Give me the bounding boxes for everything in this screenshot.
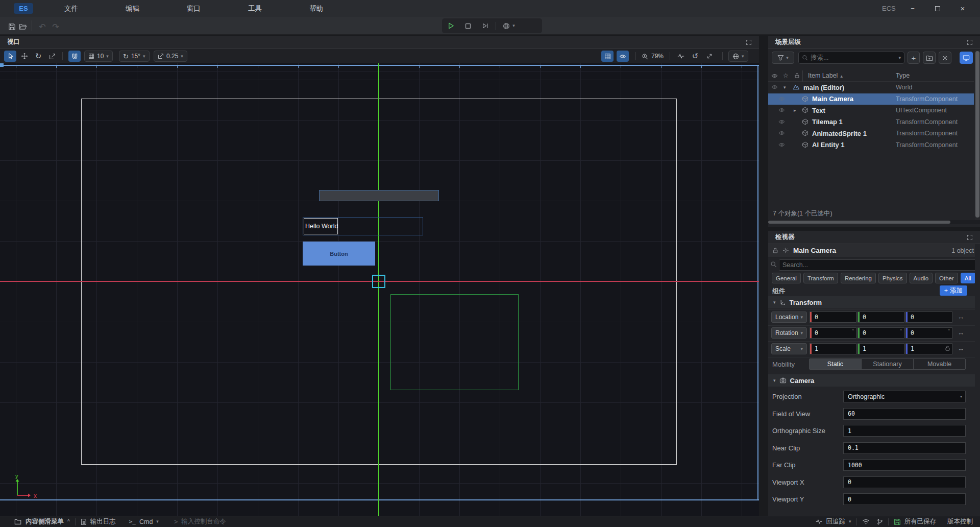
network-icon[interactable] bbox=[862, 519, 870, 525]
trace-dropdown[interactable]: 回追踪 ▾ bbox=[816, 516, 851, 527]
panel-widget[interactable] bbox=[319, 190, 439, 201]
hierarchy-search[interactable]: ▾ bbox=[798, 52, 904, 64]
hierarchy-hscrollbar[interactable] bbox=[768, 220, 980, 224]
runtime-view-button[interactable] bbox=[960, 52, 973, 64]
projection-select[interactable]: Orthographic▾ bbox=[843, 391, 966, 402]
visibility-eye-icon[interactable] bbox=[778, 107, 785, 113]
text-widget[interactable]: Hello World bbox=[304, 218, 338, 234]
console-input[interactable]: > 输入控制台命令 bbox=[174, 516, 226, 527]
inspector-search-input[interactable] bbox=[782, 261, 973, 269]
viewport-y-input[interactable] bbox=[843, 493, 966, 505]
chevron-right-icon[interactable]: ▸ bbox=[794, 108, 796, 113]
minimize-button[interactable]: − bbox=[901, 0, 924, 17]
hierarchy-row[interactable]: ▸TextUITextComponent bbox=[768, 105, 974, 116]
link-axes-icon[interactable]: ↔ bbox=[958, 345, 964, 352]
rotation-y-input[interactable]: ° bbox=[857, 327, 904, 339]
inspector-search[interactable] bbox=[779, 259, 976, 271]
visibility-eye-icon[interactable] bbox=[778, 141, 785, 148]
reset-view-button[interactable]: ↺ bbox=[689, 51, 701, 62]
save-status[interactable]: 所有已保存 bbox=[894, 516, 937, 527]
tab-audio[interactable]: Audio bbox=[910, 273, 933, 283]
menu-item-1[interactable]: 文件 bbox=[57, 0, 85, 17]
mobility-option-movable[interactable]: Movable bbox=[913, 359, 965, 369]
inspector-vscrollbar[interactable] bbox=[975, 244, 980, 516]
visibility-eye-icon[interactable] bbox=[778, 95, 785, 102]
text-widget-bounds[interactable]: Hello World bbox=[303, 217, 423, 235]
tab-all[interactable]: All bbox=[961, 273, 975, 283]
visibility-eye-icon[interactable] bbox=[771, 84, 778, 90]
version-control-button[interactable]: 版本控制 bbox=[947, 516, 980, 527]
git-branch-icon[interactable] bbox=[877, 518, 883, 525]
near-clip-input[interactable] bbox=[843, 442, 966, 454]
origin-selection-box[interactable] bbox=[372, 275, 385, 288]
scale-snap-dropdown[interactable]: 0.25 ▾ bbox=[154, 51, 187, 62]
gear-icon[interactable] bbox=[782, 247, 789, 254]
launch-target-dropdown[interactable]: ▾ bbox=[498, 18, 520, 33]
open-folder-icon[interactable] bbox=[17, 21, 29, 32]
redo-icon[interactable]: ↷ bbox=[50, 21, 61, 32]
transform-section-header[interactable]: ▾ Transform bbox=[768, 296, 980, 308]
fullscreen-button[interactable] bbox=[703, 51, 716, 62]
tab-physics[interactable]: Physics bbox=[878, 273, 907, 283]
rotation-z-input[interactable]: ° bbox=[905, 327, 952, 339]
scale-y-input[interactable] bbox=[857, 343, 904, 354]
link-axes-icon[interactable]: ↔ bbox=[958, 329, 964, 337]
hierarchy-row[interactable]: AnimatedSprite 1TransformComponent bbox=[768, 128, 974, 139]
rotation-x-input[interactable]: ° bbox=[810, 327, 856, 339]
expand-panel-icon[interactable] bbox=[967, 39, 973, 45]
filter-dropdown[interactable]: ▾ bbox=[772, 52, 794, 64]
mobility-option-stationary[interactable]: Stationary bbox=[861, 359, 913, 369]
stats-toggle-button[interactable] bbox=[675, 51, 687, 62]
location-y-input[interactable] bbox=[857, 312, 904, 323]
viewport-x-input[interactable] bbox=[843, 476, 966, 488]
rotate-tool-button[interactable]: ↻ bbox=[32, 51, 44, 62]
scale-x-input[interactable] bbox=[810, 343, 856, 354]
mobility-option-static[interactable]: Static bbox=[810, 359, 861, 369]
visibility-column-icon[interactable] bbox=[771, 73, 778, 79]
content-drawer-button[interactable]: 内容侧滑菜单 ^ bbox=[0, 516, 70, 527]
cmd-dropdown[interactable]: >_ Cmd ▾ bbox=[129, 516, 159, 527]
far-clip-input[interactable] bbox=[843, 459, 966, 471]
gizmo-visibility-toggle[interactable] bbox=[617, 51, 629, 62]
hierarchy-settings-button[interactable] bbox=[939, 52, 951, 64]
save-icon[interactable] bbox=[6, 21, 17, 32]
hierarchy-row[interactable]: Tilemap 1TransformComponent bbox=[768, 116, 974, 128]
camera-section-header[interactable]: ▾ Camera bbox=[768, 374, 980, 387]
expand-panel-icon[interactable] bbox=[967, 234, 973, 241]
menu-item-4[interactable]: 工具 bbox=[241, 0, 269, 17]
hierarchy-vscrollbar[interactable] bbox=[975, 50, 980, 220]
hierarchy-row[interactable]: ▾main (Editor)World bbox=[768, 82, 974, 93]
rotation-mode-dropdown[interactable]: Rotation▾ bbox=[771, 327, 807, 339]
step-button[interactable] bbox=[477, 18, 494, 33]
output-log-button[interactable]: 输出日志 bbox=[81, 516, 116, 527]
grid-visibility-toggle[interactable] bbox=[601, 51, 614, 62]
lock-column-icon[interactable] bbox=[794, 73, 800, 79]
menu-item-3[interactable]: 窗口 bbox=[180, 0, 208, 17]
add-entity-button[interactable]: + bbox=[908, 52, 920, 64]
link-axes-icon[interactable]: ↔ bbox=[958, 313, 964, 321]
location-z-input[interactable] bbox=[905, 312, 952, 323]
chevron-down-icon[interactable]: ▾ bbox=[783, 85, 786, 90]
scale-mode-dropdown[interactable]: Scale▾ bbox=[771, 343, 807, 354]
type-column[interactable]: Type bbox=[896, 72, 910, 79]
move-tool-button[interactable] bbox=[18, 51, 31, 62]
app-logo[interactable]: ES bbox=[14, 3, 33, 14]
tab-transform[interactable]: Transform bbox=[803, 273, 838, 283]
scene-canvas[interactable]: Hello World Button y x bbox=[0, 63, 759, 516]
hscrollbar-thumb[interactable] bbox=[768, 221, 950, 224]
item-label-column[interactable]: Item Label ▲ bbox=[808, 72, 844, 79]
new-folder-button[interactable] bbox=[923, 52, 936, 64]
add-component-button[interactable]: + 添加 bbox=[940, 285, 967, 296]
snap-toggle-button[interactable] bbox=[68, 51, 81, 62]
scale-tool-button[interactable] bbox=[46, 51, 58, 62]
undo-icon[interactable]: ↶ bbox=[37, 21, 48, 32]
close-button[interactable]: × bbox=[951, 0, 974, 17]
rotation-snap-dropdown[interactable]: ↻ 15° ▾ bbox=[119, 51, 150, 62]
favorite-column-icon[interactable]: ☆ bbox=[783, 72, 789, 79]
location-mode-dropdown[interactable]: Location▾ bbox=[771, 312, 807, 323]
field-of-view-input[interactable] bbox=[843, 408, 966, 420]
zoom-control[interactable]: 79% bbox=[642, 51, 664, 62]
tab-rendering[interactable]: Rendering bbox=[841, 273, 876, 283]
menu-item-5[interactable]: 帮助 bbox=[302, 0, 330, 17]
button-widget[interactable]: Button bbox=[303, 242, 375, 266]
